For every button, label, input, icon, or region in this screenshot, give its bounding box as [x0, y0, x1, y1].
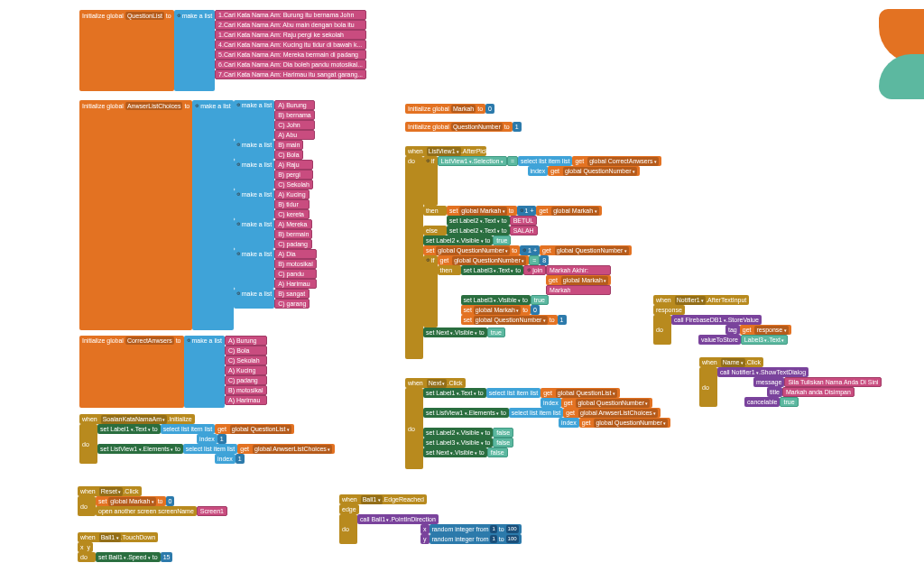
block-name-click[interactable]: when Name.Click do call Notifier1.ShowTe…: [699, 357, 882, 407]
block-screen-init[interactable]: when SoalanKataNamaAm.Initialize do set …: [79, 414, 335, 464]
list-item[interactable]: A) Mereka: [274, 219, 312, 229]
list-item[interactable]: C) Sekolah: [225, 355, 267, 365]
list-item[interactable]: A) Kucing: [225, 365, 267, 375]
block-ball-edge[interactable]: when Ball1.EdgeReached edge do call Ball…: [339, 494, 522, 544]
list-item[interactable]: A) Dia: [274, 249, 317, 259]
list-item[interactable]: C) garang: [274, 299, 310, 309]
list-item[interactable]: A) Abu: [274, 130, 315, 140]
list-item[interactable]: 1.Cari Kata Nama Am: Raju pergi ke sekol…: [215, 30, 366, 40]
list-item[interactable]: A) Kucing: [274, 189, 309, 199]
block-listview-afterpicking[interactable]: when ListView1.AfterPicking do if ListVi…: [405, 146, 661, 359]
list-item[interactable]: B) tidur: [274, 199, 309, 209]
list-item[interactable]: C) padang: [274, 239, 312, 249]
block-init-correct[interactable]: Initialize globalCorrectAnwsers to make …: [79, 336, 267, 408]
app-logo: [843, 9, 924, 117]
list-item[interactable]: C) padang: [225, 375, 267, 385]
block-init-questionlist[interactable]: Initialize global QuestionList to make a…: [79, 10, 366, 91]
list-item[interactable]: A) Burung: [274, 100, 315, 110]
block-next-click[interactable]: when Next.Click do set Label1.Text to se…: [405, 378, 670, 469]
block-init-answerchoices[interactable]: Initialize global AnwserListChoices to m…: [79, 100, 317, 330]
list-item[interactable]: B) main: [274, 140, 303, 150]
list-item[interactable]: C) Bola: [225, 346, 267, 355]
list-item[interactable]: C) Bola: [274, 150, 303, 160]
list-item[interactable]: C) kereta: [274, 209, 309, 219]
block-reset-click[interactable]: when Reset.Click do setglobal Markah to …: [78, 486, 227, 516]
block-ball-touchdown[interactable]: when Ball1.TouchDown x y do set Ball1.Sp…: [78, 532, 172, 562]
list-item[interactable]: C) pandu: [274, 269, 317, 279]
list-item[interactable]: B) sangat: [274, 289, 310, 299]
block-init-markah[interactable]: Initialize globalMarkah to 0: [405, 104, 494, 114]
list-item[interactable]: 7.Cari Kata Nama Am: Harimau itu sangat …: [215, 69, 366, 79]
list-item[interactable]: B) motosikal: [225, 385, 267, 395]
list-item[interactable]: B) bermain: [274, 229, 312, 239]
list-item[interactable]: B) motosikal: [274, 259, 317, 269]
list-item[interactable]: A) Raju: [274, 160, 313, 170]
var-name: QuestionList: [125, 12, 164, 20]
list-item[interactable]: 6.Cari Kata Nama Am: Dia boleh pandu mot…: [215, 60, 366, 69]
list-item[interactable]: A) Burung: [225, 336, 267, 346]
edge-tag: edge: [339, 504, 359, 514]
block-init-qnum[interactable]: Initialize globalQuestionNumber to 1: [405, 122, 522, 132]
make-list-label: make a list: [182, 12, 212, 20]
list-item[interactable]: 5.Cari Kata Nama Am: Mereka bermain di p…: [215, 50, 366, 60]
block-notifier-aftertext[interactable]: when Notifier1.AfterTextInput response d…: [653, 295, 791, 345]
list-item[interactable]: A) Harimau: [274, 279, 317, 289]
init-global-label: Initialize global: [82, 12, 124, 20]
list-item[interactable]: 1.Cari Kata Nama Am: Burung itu bernama …: [215, 10, 366, 20]
list-item[interactable]: B) bernama: [274, 110, 315, 120]
response-tag: response: [653, 305, 685, 315]
list-item[interactable]: B) pergi: [274, 170, 313, 180]
list-item[interactable]: C) Sekolah: [274, 180, 313, 189]
to-label: to: [166, 12, 171, 20]
nested-lists: make a list A) Burung B) bernama C) John…: [234, 100, 317, 309]
list-item[interactable]: 4.Cari Kata Nama Am: Kucing itu tidur di…: [215, 40, 366, 50]
list-item[interactable]: C) John: [274, 120, 315, 130]
list-item[interactable]: A) Harimau: [225, 395, 267, 405]
list-item[interactable]: 2.Cari Kata Nama Am: Abu main dengan bol…: [215, 20, 366, 30]
question-list-items: 1.Cari Kata Nama Am: Burung itu bernama …: [215, 10, 366, 79]
